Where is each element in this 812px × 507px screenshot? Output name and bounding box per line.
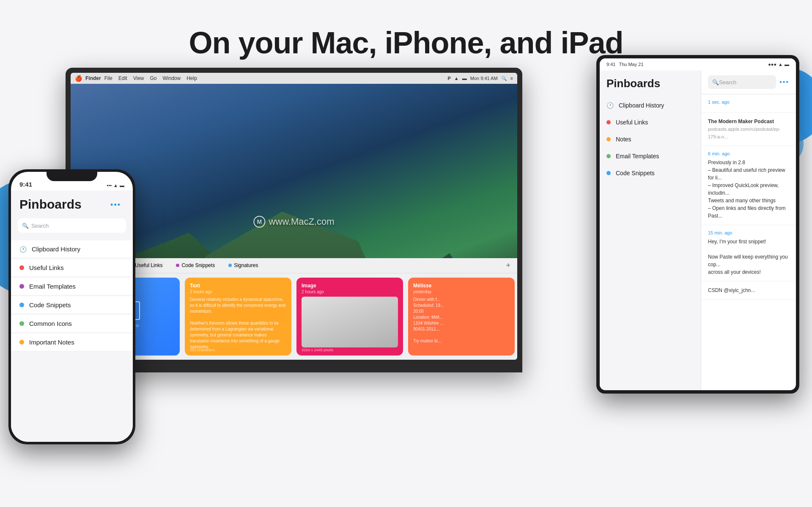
menubar-go[interactable]: Go	[150, 75, 157, 81]
ipad-nav-email-templates-label: Email Templates	[616, 153, 659, 160]
wifi-icon: ▲	[454, 76, 459, 81]
iphone-search-placeholder: Search	[31, 223, 49, 229]
nav-dot-notes	[606, 137, 611, 141]
podcast-link: podcasts.apple.com/ru/podcast/ep-179-a-n…	[708, 127, 780, 139]
mac-card-contact[interactable]: Mélisse yesterday Dinner with f...Schedu…	[408, 278, 515, 355]
iphone-dot-useful-links	[19, 265, 24, 270]
ipad-list-item-3[interactable]: 6 min. ago Previously in 2.8 – Beautiful…	[701, 146, 796, 225]
ipad-dots-menu[interactable]: •••	[779, 78, 789, 86]
ipad-signal-icon: ●●●	[768, 62, 776, 67]
nav-dot-email-templates	[606, 154, 611, 158]
text-card-footer: 323 characters	[190, 348, 215, 352]
menubar-right: P ▲ ▬ Mon 9:41 AM 🔍 ≡	[448, 76, 513, 81]
menubar-help[interactable]: Help	[187, 75, 197, 81]
macbook-menubar: 🍎 Finder File Edit View Go Window Help P…	[71, 73, 517, 84]
ipad-statusbar-right: ●●● ▲ ▬	[768, 62, 789, 67]
iphone-wifi-icon: ▲	[113, 183, 118, 188]
mac-pinboards-overlay: 🔍 MacBook Useful Links Code S	[71, 258, 517, 360]
mac-tab-code-snippets[interactable]: Code Snippets	[171, 261, 220, 270]
ipad-screen: 9:41 Thu May 21 ●●● ▲ ▬ Pinboards 🕐 Clip…	[600, 58, 796, 390]
iphone-nav-clipboard[interactable]: 🕐 Clipboard History	[11, 240, 133, 258]
menubar-window[interactable]: Window	[163, 75, 181, 81]
menubar-edit[interactable]: Edit	[118, 75, 127, 81]
menubar-active-app: Finder	[85, 75, 101, 81]
iphone-nav-common-icons[interactable]: Common Icons	[11, 315, 133, 333]
ipad-main-header: 🔍 Search •••	[701, 70, 796, 94]
ipad-sidebar: Pinboards 🕐 Clipboard History Useful Lin…	[600, 70, 701, 390]
mac-card-text[interactable]: Text 2 hours ago General relativity incl…	[185, 278, 291, 355]
ipad-main: 🔍 Search ••• 1 sec. ago The Modern Maker…	[701, 70, 796, 390]
iphone-device: 9:41 ••• ▲ ▬ Pinboards ••• 🔍 Search	[8, 169, 135, 444]
iphone-dots-menu[interactable]: •••	[110, 201, 121, 209]
ipad-content-2: The Modern Maker Podcast podcasts.apple.…	[708, 118, 789, 141]
ipad-time: 9:41	[606, 62, 615, 67]
ipad-nav-code-snippets-label: Code Snippets	[616, 170, 655, 176]
ipad-list-item-5[interactable]: CSDN @xiyic_jchn...	[701, 281, 796, 300]
iphone-nav-email-templates[interactable]: Email Templates	[11, 278, 133, 295]
devices-container: 🍎 Finder File Edit View Go Window Help P…	[0, 68, 812, 507]
ipad-nav-clipboard-label: Clipboard History	[619, 102, 664, 109]
image-card-footer: 3264 x 2448 pixels	[302, 348, 333, 352]
menubar-view[interactable]: View	[133, 75, 144, 81]
watermark-symbol: M	[257, 218, 262, 225]
iphone-nav-code-snippets[interactable]: Code Snippets	[11, 296, 133, 314]
iphone-nav-email-templates-label: Email Templates	[29, 283, 76, 290]
nav-dot-code-snippets	[606, 171, 611, 175]
ipad-nav-useful-links[interactable]: Useful Links	[600, 114, 701, 131]
contact-card-content: Dinner with f...Scheduled: 19...20:00Loc…	[413, 297, 510, 344]
iphone-nav-useful-links[interactable]: Useful Links	[11, 259, 133, 277]
iphone-nav-code-snippets-label: Code Snippets	[29, 301, 71, 309]
iphone-search-bar[interactable]: 🔍 Search	[18, 218, 126, 233]
text-card-time: 2 hours ago	[190, 289, 286, 294]
menubar-file[interactable]: File	[104, 75, 112, 81]
image-card-title: Image	[302, 283, 398, 289]
macbook-wallpaper: M www.MacZ.com 🔍 MacBook	[71, 84, 517, 360]
image-thumbnail	[302, 297, 398, 347]
menubar-search-icon[interactable]: 🔍	[501, 76, 507, 81]
tab-dot-code-snippets	[176, 264, 179, 267]
ipad-nav-clipboard[interactable]: 🕐 Clipboard History	[600, 97, 701, 114]
ipad-list-item-4[interactable]: 15 min. ago Hey, I'm your first snippet!…	[701, 225, 796, 281]
watermark-circle: M	[253, 216, 265, 228]
iphone-signal-icon: •••	[107, 183, 112, 188]
watermark: M www.MacZ.com	[253, 216, 334, 228]
ipad-search-placeholder: Search	[719, 79, 736, 85]
ipad-battery-icon: ▬	[785, 62, 789, 67]
ipad-nav-code-snippets[interactable]: Code Snippets	[600, 165, 701, 182]
ipad-content-3: Previously in 2.8 – Beautiful and useful…	[708, 159, 789, 220]
podcast-title: The Modern Maker Podcast	[708, 118, 774, 124]
ipad-list-item-1[interactable]: 1 sec. ago	[701, 94, 796, 113]
mac-add-button[interactable]: +	[506, 261, 510, 270]
ipad-nav-email-templates[interactable]: Email Templates	[600, 148, 701, 165]
iphone-battery-icon: ▬	[120, 183, 124, 188]
iphone-nav-important-notes[interactable]: Important Notes	[11, 333, 133, 351]
iphone-status-icons: ••• ▲ ▬	[107, 183, 124, 188]
contact-card-time: yesterday	[413, 289, 510, 294]
iphone-search-icon: 🔍	[22, 223, 29, 229]
ipad-timestamp-1: 1 sec. ago	[708, 99, 789, 105]
contact-card-title: Mélisse	[413, 283, 510, 289]
macbook-screen: 🍎 Finder File Edit View Go Window Help P…	[71, 73, 517, 360]
ipad-search-icon: 🔍	[712, 79, 719, 85]
iphone-nav-list: 🕐 Clipboard History Useful Links Email T…	[11, 236, 133, 442]
ipad-device: 9:41 Thu May 21 ●●● ▲ ▬ Pinboards 🕐 Clip…	[596, 55, 799, 394]
ipad-timestamp-3: 6 min. ago	[708, 151, 789, 156]
text-card-title: Text	[190, 283, 286, 289]
text-card-content: General relativity includes a dynamical …	[190, 297, 286, 350]
iphone-dot-email-templates	[19, 284, 24, 289]
menubar-list-icon[interactable]: ≡	[510, 76, 513, 81]
ipad-list: 1 sec. ago The Modern Maker Podcast podc…	[701, 94, 796, 390]
iphone-dot-code-snippets	[19, 303, 24, 307]
tab-dot-signatures	[228, 264, 232, 267]
ipad-search-bar[interactable]: 🔍 Search	[708, 75, 776, 89]
iphone-app: Pinboards ••• 🔍 Search 🕐 Clipboard Histo…	[11, 190, 133, 442]
iphone-nav-useful-links-label: Useful Links	[29, 264, 64, 271]
ipad-list-item-2[interactable]: The Modern Maker Podcast podcasts.apple.…	[701, 113, 796, 146]
iphone-time: 9:41	[19, 181, 32, 188]
iphone-app-title: Pinboards	[19, 197, 124, 212]
mac-tab-signatures[interactable]: Signatures	[223, 261, 263, 270]
mac-cards: ZIP Calligraphy.zip 4 Mb Text 2 hours ag…	[71, 273, 517, 360]
ipad-nav-notes[interactable]: Notes	[600, 131, 701, 148]
ipad-date: Thu May 21	[619, 62, 643, 67]
mac-card-image[interactable]: Image 2 hours ago 3264 x 2448 pixels	[296, 278, 403, 355]
